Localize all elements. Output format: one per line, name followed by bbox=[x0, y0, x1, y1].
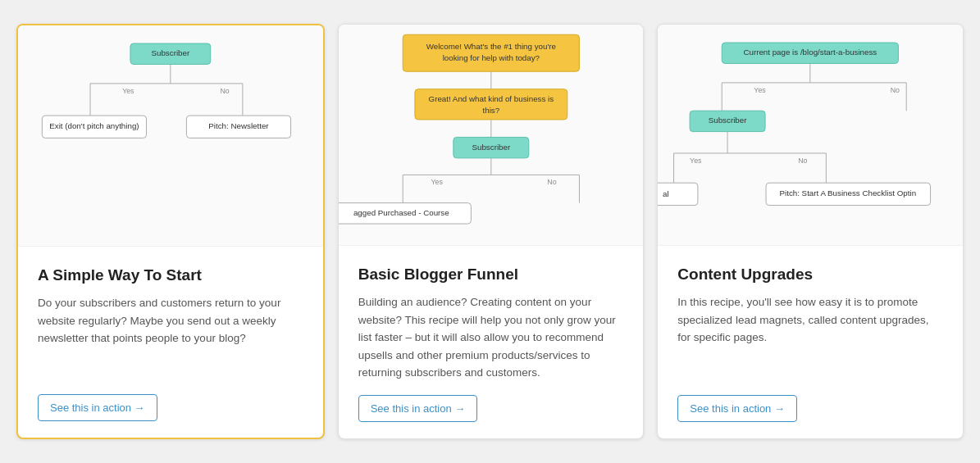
card-2-action-btn[interactable]: See this in action → bbox=[358, 395, 478, 422]
card-3-desc: In this recipe, you'll see how easy it i… bbox=[677, 293, 943, 382]
card-3-diagram: Current page is /blog/start-a-business Y… bbox=[658, 25, 963, 246]
node-tagged-text: agged Purchased - Course bbox=[353, 208, 449, 217]
node-pitch-text: Pitch: Newsletter bbox=[208, 121, 269, 130]
card-blogger-funnel[interactable]: Welcome! What's the #1 thing you're look… bbox=[338, 24, 645, 439]
node-welcome-text2: looking for help with today? bbox=[442, 53, 540, 62]
node-great-text1: Great! And what kind of business is bbox=[428, 94, 554, 103]
cards-container: Subscriber Yes No Exit (don't pitch anyt… bbox=[16, 24, 964, 439]
card-2-desc: Building an audience? Creating content o… bbox=[358, 293, 624, 382]
label-yes3: Yes bbox=[754, 86, 767, 94]
node-subscriber3-text: Subscriber bbox=[709, 116, 747, 125]
node-subscriber2-text: Subscriber bbox=[472, 143, 510, 152]
label-no: No bbox=[220, 87, 229, 95]
label-yes: Yes bbox=[122, 87, 134, 95]
node-subscriber-text: Subscriber bbox=[151, 48, 189, 57]
diagram-svg-2: Welcome! What's the #1 thing you're look… bbox=[339, 25, 644, 245]
node-great-text2: this? bbox=[482, 106, 499, 115]
label-yes2: Yes bbox=[431, 178, 443, 186]
label-yes4: Yes bbox=[690, 157, 702, 165]
card-3-action-btn[interactable]: See this in action → bbox=[677, 395, 797, 422]
card-content-upgrades[interactable]: Current page is /blog/start-a-business Y… bbox=[657, 24, 964, 439]
node-welcome-text1: Welcome! What's the #1 thing you're bbox=[426, 42, 555, 51]
node-current-page-text: Current page is /blog/start-a-business bbox=[744, 48, 877, 57]
card-1-desc: Do your subscribers and customers return… bbox=[38, 294, 303, 381]
card-3-title: Content Upgrades bbox=[677, 266, 943, 284]
card-1-title: A Simple Way To Start bbox=[38, 266, 303, 284]
card-1-diagram: Subscriber Yes No Exit (don't pitch anyt… bbox=[18, 25, 323, 247]
label-no2: No bbox=[547, 178, 556, 186]
label-no3: No bbox=[891, 86, 900, 94]
card-simple-start[interactable]: Subscriber Yes No Exit (don't pitch anyt… bbox=[16, 24, 325, 439]
diagram-svg-3: Current page is /blog/start-a-business Y… bbox=[658, 25, 963, 245]
label-no4: No bbox=[799, 157, 808, 165]
card-1-content: A Simple Way To Start Do your subscriber… bbox=[18, 247, 323, 438]
node-pitch-business-text: Pitch: Start A Business Checklist Optin bbox=[780, 188, 917, 197]
card-2-title: Basic Blogger Funnel bbox=[358, 266, 624, 284]
node-partial-text: al bbox=[663, 189, 669, 198]
card-2-content: Basic Blogger Funnel Building an audienc… bbox=[339, 246, 644, 438]
card-2-diagram: Welcome! What's the #1 thing you're look… bbox=[339, 25, 644, 246]
card-3-content: Content Upgrades In this recipe, you'll … bbox=[658, 246, 963, 438]
node-exit-text: Exit (don't pitch anything) bbox=[49, 121, 139, 130]
card-1-action-btn[interactable]: See this in action → bbox=[38, 394, 157, 421]
diagram-svg-1: Subscriber Yes No Exit (don't pitch anyt… bbox=[18, 25, 323, 246]
